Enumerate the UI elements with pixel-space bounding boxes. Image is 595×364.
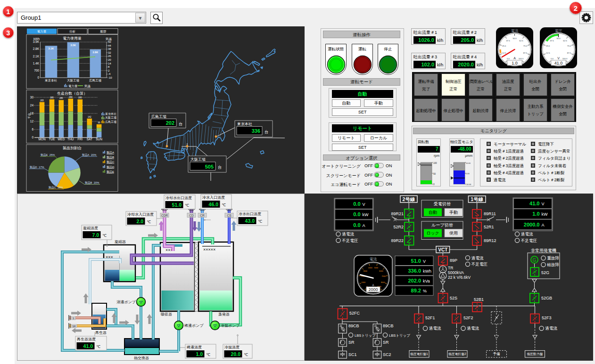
- svg-text:冷水入口温度: 冷水入口温度: [202, 195, 225, 200]
- svg-text:52B1: 52B1: [474, 297, 484, 302]
- svg-text:ロック: ロック: [426, 231, 439, 235]
- svg-text:3.1K: 3.1K: [49, 47, 54, 50]
- svg-text:290: 290: [69, 96, 73, 98]
- svg-text:台: 台: [179, 122, 182, 126]
- svg-text:蒸発器: 蒸発器: [218, 312, 230, 316]
- svg-text:285: 285: [78, 97, 82, 99]
- svg-text:東京本社: 東京本社: [237, 122, 252, 126]
- svg-text:SC2: SC2: [383, 352, 391, 357]
- svg-text:24: 24: [30, 104, 34, 107]
- svg-text:気温: 気温: [84, 84, 91, 88]
- svg-text:SR: SR: [72, 325, 76, 328]
- svg-text:44: 44: [108, 44, 111, 47]
- svg-text:kVa: kVa: [423, 279, 430, 283]
- svg-text:V: V: [542, 202, 545, 206]
- svg-text:37.5: 37.5: [506, 40, 511, 42]
- svg-text:12.5: 12.5: [546, 52, 550, 54]
- svg-text:41.0: 41.0: [554, 61, 563, 65]
- svg-text:5000kVA: 5000kVA: [448, 270, 464, 275]
- svg-text:℃: ℃: [185, 203, 189, 208]
- svg-text:50: 50: [433, 173, 436, 175]
- svg-text:×××××: ×××××: [203, 247, 215, 252]
- svg-text:700: 700: [34, 69, 39, 72]
- svg-text:SC1: SC1: [348, 352, 357, 357]
- svg-text:52F1: 52F1: [425, 315, 435, 320]
- svg-text:142: 142: [88, 116, 91, 118]
- svg-text:0.0: 0.0: [551, 57, 554, 60]
- svg-text:202.0: 202.0: [408, 278, 421, 283]
- svg-text:電力量: 電力量: [68, 84, 78, 88]
- svg-text:不足電圧: 不足電圧: [521, 238, 537, 243]
- svg-text:製品D 17%: 製品D 17%: [30, 166, 44, 169]
- svg-text:凝縮器: 凝縮器: [115, 240, 126, 244]
- svg-text:8000: 8000: [381, 282, 385, 283]
- svg-text:1.0: 1.0: [532, 211, 539, 217]
- svg-text:低圧電灯盤1: 低圧電灯盤1: [410, 352, 428, 356]
- svg-text:2号線: 2号線: [403, 196, 415, 202]
- svg-text:-4: -4: [108, 73, 111, 75]
- svg-text:52R2: 52R2: [393, 225, 404, 229]
- svg-text:℃: ℃: [102, 234, 107, 238]
- svg-text:51.0: 51.0: [172, 202, 182, 208]
- svg-text:8: 8: [108, 65, 110, 68]
- svg-text:52FC: 52FC: [349, 311, 360, 315]
- svg-text:過電流: 過電流: [545, 326, 558, 331]
- svg-text:25.0: 25.0: [546, 45, 550, 47]
- svg-text:広島工場: 広島工場: [105, 120, 116, 124]
- svg-text:6: 6: [32, 128, 33, 131]
- svg-text:89R12: 89R12: [484, 238, 496, 243]
- svg-text:電流: 電流: [370, 257, 377, 261]
- svg-text:14: 14: [108, 62, 111, 65]
- svg-text:℃: ℃: [206, 353, 210, 357]
- svg-text:熱交換器: 熱交換器: [134, 356, 149, 360]
- svg-text:5000: 5000: [374, 267, 378, 269]
- svg-text:52G: 52G: [541, 270, 549, 275]
- svg-text:手動: 手動: [449, 210, 458, 215]
- svg-text:2.1K: 2.1K: [33, 55, 40, 58]
- svg-text:広島工場: 広島工場: [151, 114, 166, 119]
- svg-text:VCT: VCT: [438, 247, 447, 252]
- svg-text:℃: ℃: [222, 203, 226, 207]
- svg-text:S: S: [73, 317, 74, 320]
- svg-text:89CB: 89CB: [383, 324, 394, 328]
- svg-text:12: 12: [30, 120, 34, 123]
- svg-text:稀液温度: 稀液温度: [186, 345, 202, 349]
- svg-text:東京本社: 東京本社: [105, 113, 116, 115]
- svg-text:過電流: 過電流: [467, 326, 479, 331]
- svg-text:分析: 分析: [69, 30, 76, 33]
- svg-text:製品A: 製品A: [107, 151, 114, 154]
- svg-text:A: A: [542, 223, 545, 227]
- svg-text:41.0: 41.0: [83, 343, 93, 349]
- svg-text:再生器温度: 再生器温度: [77, 337, 96, 341]
- svg-text:1.0: 1.0: [196, 351, 203, 357]
- svg-text:7000: 7000: [381, 275, 385, 277]
- svg-text:自動: 自動: [429, 210, 437, 215]
- svg-text:℃: ℃: [244, 353, 248, 357]
- svg-text:大阪工場: 大阪工場: [67, 79, 80, 82]
- svg-text:87.5: 87.5: [523, 52, 528, 54]
- svg-text:不足電圧: 不足電圧: [342, 238, 359, 243]
- svg-text:履歴: 履歴: [100, 30, 107, 33]
- svg-text:溶液ポンプ: 溶液ポンプ: [116, 300, 136, 304]
- svg-text:電流: 電流: [511, 29, 519, 33]
- svg-text:0.00: 0.00: [466, 172, 470, 175]
- svg-text:41.0: 41.0: [529, 201, 539, 206]
- svg-text:2.8K: 2.8K: [33, 47, 40, 50]
- svg-text:89R21: 89R21: [391, 211, 404, 216]
- svg-text:52F2: 52F2: [463, 315, 473, 320]
- svg-text:使用: 使用: [449, 231, 458, 235]
- svg-text:ループ切替: ループ切替: [431, 223, 453, 227]
- svg-text:東京本社: 東京本社: [45, 79, 58, 82]
- svg-text:25.0: 25.0: [502, 45, 506, 47]
- svg-text:過電流: 過電流: [429, 326, 441, 331]
- svg-text:7.0: 7.0: [92, 232, 99, 238]
- svg-text:43.0: 43.0: [245, 218, 255, 224]
- svg-text:過電流: 過電流: [471, 256, 484, 260]
- svg-text:%: %: [423, 289, 427, 293]
- svg-text:製品別割合: 製品別割合: [63, 146, 82, 150]
- svg-text:台: 台: [264, 130, 268, 134]
- svg-text:CS: CS: [227, 214, 231, 217]
- svg-text:285: 285: [50, 97, 54, 99]
- svg-text:重故障: 重故障: [547, 256, 560, 260]
- svg-text:受電切替: 受電切替: [434, 202, 451, 206]
